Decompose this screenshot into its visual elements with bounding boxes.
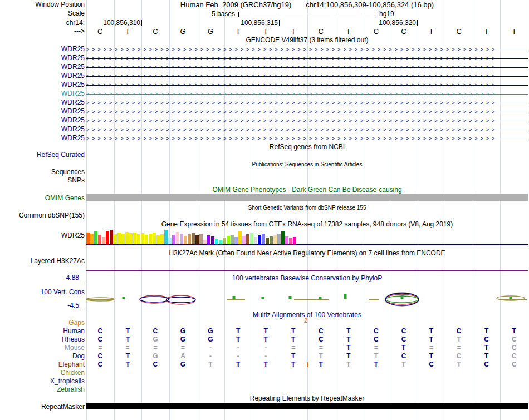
alignment-base: C — [390, 353, 418, 360]
alignment-base: T — [197, 361, 224, 368]
gtex-tissue-bar — [86, 233, 90, 244]
species-label[interactable]: Zebrafish — [57, 386, 85, 393]
gene-label[interactable]: WDR25 — [61, 63, 85, 71]
ruler-tick-label: 100,856,315 — [217, 19, 278, 27]
alignment-base: A — [169, 353, 197, 360]
gene-label[interactable]: WDR25 — [61, 46, 85, 53]
gtex-tissue-bar — [133, 233, 136, 244]
sequence-base: C — [445, 28, 473, 35]
sequence-base: C — [390, 28, 418, 35]
strand-direction-label: ---> — [74, 28, 85, 35]
gene-label[interactable]: WDR25 — [61, 81, 85, 88]
gtex-tissue-bar — [98, 235, 101, 244]
dbsnp-track-label[interactable]: Common dbSNP(155) — [19, 212, 85, 219]
gtex-tissue-bar — [145, 235, 148, 244]
gene-direction-arrows[interactable]: >>>>>>>>>>>>>>>>>>>>>>>>>>>>>>>>>>>>>>>>… — [86, 81, 528, 90]
conservation-track-label[interactable]: 100 Vert. Cons — [41, 289, 85, 296]
conservation-score-bar — [262, 297, 264, 299]
repeatmasker-track-label[interactable]: RepeatMasker — [41, 403, 85, 411]
sequence-base: T — [224, 28, 252, 35]
gtex-gene-label[interactable]: WDR25 — [61, 232, 85, 239]
species-label[interactable]: Rhesus — [62, 336, 85, 343]
gtex-tissue-bar — [223, 238, 226, 244]
alignment-base: = — [418, 344, 445, 352]
gtex-tissue-bar — [164, 230, 168, 244]
species-label[interactable]: Mouse — [65, 344, 85, 352]
refseq-curated-track-label[interactable]: RefSeq Curated — [37, 151, 85, 159]
repeatmasker-element-bar[interactable] — [86, 403, 528, 409]
gene-direction-arrows[interactable]: >>>>>>>>>>>>>>>>>>>>>>>>>>>>>>>>>>>>>>>>… — [86, 135, 528, 143]
ruler-tick-mark — [279, 20, 280, 26]
gene-label[interactable]: WDR25 — [61, 99, 85, 106]
gencode-track-header: GENCODE V49lift37 (3 items filtered out) — [86, 37, 528, 44]
alignment-base: - — [252, 344, 280, 352]
gene-direction-arrows[interactable]: >>>>>>>>>>>>>>>>>>>>>>>>>>>>>>>>>>>>>>>>… — [86, 63, 528, 72]
scale-row-label: Scale — [68, 10, 85, 17]
alignment-base: G — [169, 336, 197, 343]
species-label[interactable]: Gaps — [68, 319, 85, 327]
gene-direction-arrows[interactable]: >>>>>>>>>>>>>>>>>>>>>>>>>>>>>>>>>>>>>>>>… — [86, 117, 528, 125]
gtex-tissue-bar — [121, 234, 125, 244]
sequence-base: G — [197, 28, 224, 35]
species-label[interactable]: Elephant — [58, 361, 85, 368]
sequence-base: T — [473, 28, 501, 35]
species-label[interactable]: X_tropicalis — [50, 378, 85, 385]
scale-text: 5 bases — [86, 10, 235, 18]
sequences-track-label[interactable]: Sequences — [51, 169, 85, 176]
h3k27ac-track-label[interactable]: Layered H3K27Ac — [31, 258, 85, 265]
ruler-tick-label: 100,856,310 — [79, 19, 140, 27]
alignment-base: C — [86, 353, 114, 360]
snps-track-label[interactable]: SNPs — [67, 177, 85, 184]
gene-label[interactable]: WDR25 — [61, 72, 85, 80]
gene-label[interactable]: WDR25 — [61, 55, 85, 62]
gene-direction-arrows[interactable]: >>>>>>>>>>>>>>>>>>>>>>>>>>>>>>>>>>>>>>>>… — [86, 46, 528, 54]
gene-label[interactable]: WDR25 — [61, 90, 85, 97]
h3k27ac-signal-line — [86, 270, 528, 271]
alignment-base: - — [197, 353, 224, 360]
gene-direction-arrows[interactable]: >>>>>>>>>>>>>>>>>>>>>>>>>>>>>>>>>>>>>>>>… — [86, 55, 528, 63]
alignment-base: T — [418, 336, 445, 343]
omim-gene-bar[interactable] — [86, 194, 528, 201]
alignment-base: - — [224, 344, 252, 352]
gtex-tissue-bar — [281, 231, 285, 244]
species-label[interactable]: Human — [63, 328, 85, 335]
gene-direction-arrows[interactable]: >>>>>>>>>>>>>>>>>>>>>>>>>>>>>>>>>>>>>>>>… — [86, 99, 528, 107]
sequence-base: T — [252, 28, 280, 35]
gene-direction-arrows[interactable]: >>>>>>>>>>>>>>>>>>>>>>>>>>>>>>>>>>>>>>>>… — [86, 72, 528, 81]
alignment-base: C — [141, 361, 169, 368]
gtex-tissue-bar — [195, 235, 199, 244]
gtex-tissue-bar — [285, 236, 288, 244]
alignment-base: = — [280, 344, 307, 352]
conservation-max-value: 4.88 _ — [66, 274, 85, 281]
gene-direction-arrows[interactable]: >>>>>>>>>>>>>>>>>>>>>>>>>>>>>>>>>>>>>>>>… — [86, 126, 528, 134]
omim-track-label[interactable]: OMIM Genes — [45, 195, 85, 202]
alignment-base: T — [335, 336, 363, 343]
conservation-lens-arc — [166, 297, 195, 303]
gene-direction-arrows[interactable]: >>>>>>>>>>>>>>>>>>>>>>>>>>>>>>>>>>>>>>>>… — [86, 108, 528, 116]
alignment-base: = — [169, 344, 197, 352]
gtex-tissue-bar — [180, 234, 183, 244]
gene-direction-arrows[interactable]: >>>>>>>>>>>>>>>>>>>>>>>>>>>>>>>>>>>>>>>>… — [86, 90, 528, 98]
dbsnp-track-header: Short Genetic Variants from dbSNP releas… — [86, 204, 528, 211]
alignment-base: C — [141, 328, 169, 335]
gtex-tissue-bar — [114, 234, 117, 244]
gene-label[interactable]: WDR25 — [61, 108, 85, 115]
alignment-base: C — [307, 336, 335, 343]
gtex-tissue-bar — [137, 234, 140, 244]
gtex-tissue-bar — [117, 233, 121, 244]
alignment-base: T — [363, 361, 390, 368]
gtex-tissue-bar — [141, 233, 144, 244]
alignment-base: T — [500, 328, 528, 335]
gene-label[interactable]: WDR25 — [61, 117, 85, 124]
sequence-base: C — [307, 28, 335, 35]
alignment-base: G — [197, 328, 224, 335]
gene-label[interactable]: WDR25 — [61, 135, 85, 142]
gtex-tissue-bar — [129, 233, 133, 244]
gtex-tissue-bar — [102, 237, 105, 244]
species-label[interactable]: Chicken — [61, 369, 85, 377]
alignment-base: C — [445, 353, 473, 360]
gtex-tissue-bar — [94, 231, 97, 244]
species-label[interactable]: Dog — [72, 353, 85, 360]
gtex-tissue-bar — [234, 237, 238, 244]
gene-label[interactable]: WDR25 — [61, 126, 85, 133]
